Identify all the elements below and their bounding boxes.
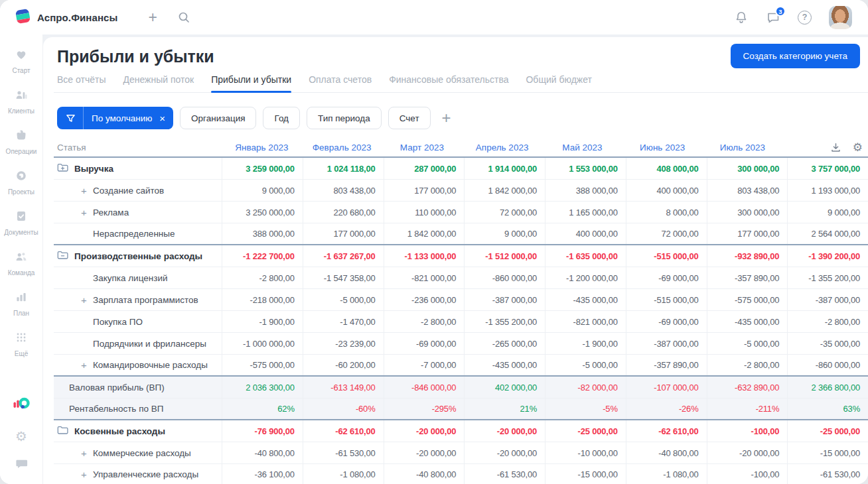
row-label: Управленческие расходы [93,469,198,479]
column-header-month-3[interactable]: Апрель 2023 [462,138,542,156]
section-row-toggle[interactable]: Косвенные расходы [54,420,222,442]
value-cell: -1 470,00 [303,311,384,332]
value-cell: -69 000,00 [626,267,707,288]
add-icon[interactable]: + [148,10,157,25]
topbar: Аспро.Финансы + 3 [0,0,868,34]
expand-plus-icon[interactable]: + [81,208,91,217]
section-row-toggle[interactable]: Выручка [54,158,222,179]
value-cell: -40 800,00 [384,464,465,484]
value-cell: 8 000,00 [626,202,707,223]
help-icon[interactable]: ? [798,11,812,25]
filter-preset-chip[interactable]: По умолчанию × [57,107,173,129]
feedback-icon[interactable] [15,457,29,473]
value-cell: -1 133 000,00 [384,245,465,267]
sidebar-item-4[interactable]: Документы [0,204,42,241]
row-label-cell: + Зарплата программистов [54,289,222,310]
value-cell: -387 000,00 [626,333,707,354]
expand-plus-icon[interactable]: + [81,186,91,196]
sidebar-item-5[interactable]: Команда [0,245,42,282]
column-header-month-0[interactable]: Январь 2023 [222,138,302,156]
row-label: Закупка лицензий [93,273,167,283]
value-cell: -1 635 000,00 [545,245,626,267]
table-row: Нераспределенные388 000,00177 000,001 84… [54,223,868,245]
value-cell: -1 900,00 [222,311,303,332]
filter-chip-1[interactable]: Год [263,107,300,129]
tab-3[interactable]: Оплата счетов [309,74,372,92]
download-icon[interactable] [830,142,841,153]
value-cell: -218 000,00 [222,289,303,310]
column-header-month-1[interactable]: Февраль 2023 [302,138,382,156]
row-label: Создание сайтов [93,186,164,196]
row-label: Коммерческие расходы [93,448,191,458]
tab-1[interactable]: Денежный поток [123,74,194,92]
tab-5[interactable]: Общий бюджет [526,74,591,92]
create-category-button[interactable]: Создать категорию учета [731,44,860,68]
value-cell: 2 564 000,00 [787,223,868,244]
expand-plus-icon[interactable]: + [81,360,91,370]
sidebar-item-7[interactable]: Ещё [0,326,42,363]
filter-funnel-icon [57,113,83,123]
filter-chip-2[interactable]: Тип периода [307,107,382,129]
value-cell: -26% [626,398,707,419]
row-label-cell: + Управленческие расходы [54,464,222,484]
value-cell: -821 000,00 [384,267,465,288]
value-cell: 2 036 300,00 [222,377,303,398]
value-cell: -1 200 000,00 [545,267,626,288]
value-cell: 177 000,00 [303,223,384,244]
sidebar-item-0[interactable]: Старт [0,42,42,80]
search-icon[interactable] [177,11,190,24]
sidebar-item-3[interactable]: Проекты [0,164,42,201]
sidebar-item-2[interactable]: Операции [0,123,42,160]
value-cell: -211% [707,398,788,419]
section-row-toggle[interactable]: Производственные расходы [54,245,222,267]
value-cell: -61 530,00 [787,464,868,484]
value-cell: -236 000,00 [384,289,465,310]
add-filter-icon[interactable]: + [442,110,451,126]
table-row: Покупка ПО-1 900,00-1 470,00-2 800,00-1 … [54,311,868,333]
column-header-month-4[interactable]: Май 2023 [542,138,622,156]
value-cell: 402 000,00 [464,377,545,398]
sidebar-item-label: Проекты [8,188,35,196]
settings-icon[interactable]: ⚙ [15,430,27,443]
value-cell: -357 890,00 [707,267,788,288]
tab-0[interactable]: Все отчёты [57,74,106,92]
clear-filter-icon[interactable]: × [157,113,173,123]
tab-2[interactable]: Прибыли и убытки [211,74,291,92]
value-cell: -613 149,00 [303,377,384,398]
column-header-month-2[interactable]: Март 2023 [382,138,463,156]
value-cell: 62% [222,398,303,419]
value-cell: -860 000,00 [787,355,868,375]
filter-chip-0[interactable]: Организация [180,107,256,129]
tab-4[interactable]: Финансовые обязательства [389,74,508,92]
value-cell: -435 000,00 [545,289,626,310]
value-cell: -932 890,00 [707,245,788,267]
value-cell: 408 000,00 [626,158,707,179]
value-cell: 9 000,00 [222,180,303,201]
row-label-cell: + Командировочные расходы [54,355,222,375]
value-cell: -100,00 [707,420,788,442]
table-settings-icon[interactable]: ⚙ [853,142,863,153]
sidebar-bottom: ⚙ [13,396,31,484]
expand-plus-icon[interactable]: + [81,469,91,479]
filter-chip-3[interactable]: Счет [388,107,431,129]
value-cell: -1 000 000,00 [222,333,303,354]
table-row: + Коммерческие расходы-40 800,00-61 530,… [54,442,868,464]
column-header-month-5[interactable]: Июнь 2023 [622,138,703,156]
column-header-month-6[interactable]: Июль 2023 [703,138,783,156]
value-cell: -40 800,00 [222,442,303,463]
value-cell: -5 000,00 [707,333,788,354]
sidebar-item-1[interactable]: Клиенты [0,83,42,120]
brand[interactable]: Аспро.Финансы [15,8,117,27]
expand-plus-icon[interactable]: + [81,448,91,458]
user-avatar[interactable] [829,6,852,29]
sidebar-item-6[interactable]: План [0,285,42,322]
value-cell: -821 000,00 [545,311,626,332]
bell-icon[interactable] [734,10,749,25]
value-cell: -40 800,00 [626,442,707,463]
table-row: + Реклама3 250 000,00220 680,00110 000,0… [54,202,868,223]
table-row: + Управленческие расходы-36 100,00-1 080… [54,464,868,484]
value-cell: -100,00 [707,464,788,484]
expand-plus-icon[interactable]: + [81,295,91,305]
chat-icon[interactable]: 3 [766,10,780,25]
value-cell: -60 200,00 [303,355,384,375]
